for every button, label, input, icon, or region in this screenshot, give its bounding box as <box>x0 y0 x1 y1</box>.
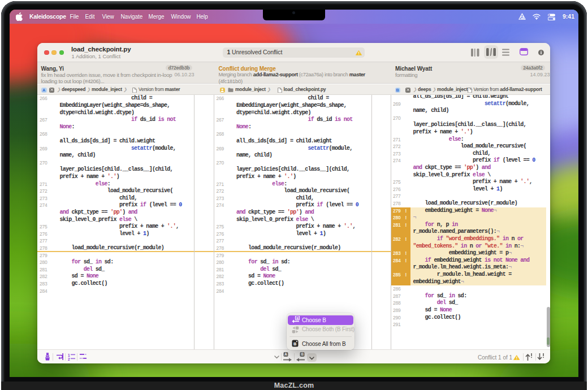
svg-text:A: A <box>284 352 287 356</box>
svg-text:2: 2 <box>68 357 70 361</box>
svg-text:B: B <box>296 317 299 320</box>
svg-text:B: B <box>293 341 297 346</box>
svg-text:B: B <box>301 352 304 356</box>
